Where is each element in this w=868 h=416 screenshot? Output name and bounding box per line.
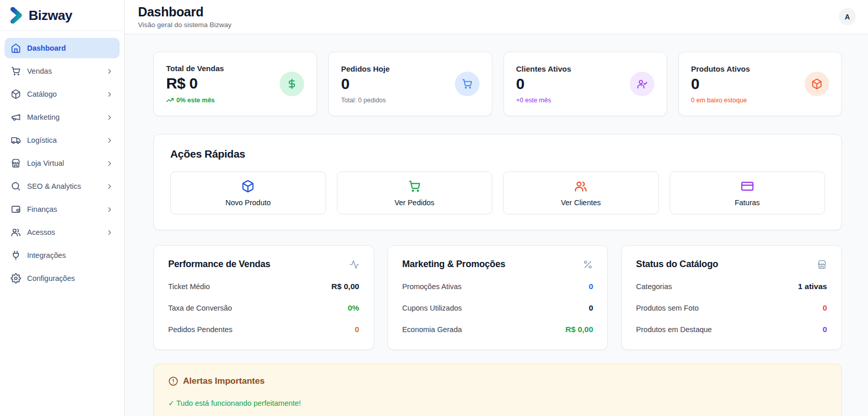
package-icon <box>241 180 255 193</box>
chevron-right-icon <box>106 206 113 213</box>
user-check-icon <box>630 72 654 96</box>
info-row: Produtos sem Foto 0 <box>636 303 827 313</box>
info-row-value: 0 <box>589 282 593 291</box>
alert-circle-icon <box>168 376 178 386</box>
info-row: Cupons Utilizados 0 <box>402 303 593 313</box>
sidebar-item-seo-analytics[interactable]: SEO & Analytics <box>5 176 120 196</box>
top-header: Dashboard Visão geral do sistema Bizway … <box>125 0 868 34</box>
sidebar-item-vendas[interactable]: Vendas <box>5 61 120 81</box>
megaphone-icon <box>11 112 21 122</box>
stat-sub: Total: 0 pedidos <box>341 97 390 104</box>
trending-up-icon <box>166 96 174 104</box>
stat-value: 0 <box>341 75 390 93</box>
info-row: Categorias 1 ativas <box>636 282 827 291</box>
stat-sub-text: 0% este mês <box>176 97 215 104</box>
users-icon <box>11 227 21 237</box>
info-row-label: Produtos em Destaque <box>636 325 712 334</box>
page-title: Dashboard <box>138 5 232 19</box>
info-row-label: Produtos sem Foto <box>636 304 699 312</box>
dollar-icon <box>280 72 304 96</box>
stat-sub: +0 este mês <box>516 97 572 104</box>
stat-label: Total de Vendas <box>166 64 224 73</box>
sidebar-item-logistica[interactable]: Logística <box>5 130 120 150</box>
avatar[interactable]: A <box>839 8 856 25</box>
brand-logo[interactable]: Bizway <box>0 0 124 31</box>
chevron-right-icon <box>106 68 113 75</box>
ver-clientes-button[interactable]: Ver Clientes <box>503 171 659 214</box>
sidebar-item-loja-virtual[interactable]: Loja Virtual <box>5 153 120 173</box>
info-card-title: Status do Catálogo <box>636 259 718 270</box>
sidebar-item-marketing[interactable]: Marketing <box>5 107 120 127</box>
quick-actions-grid: Novo Produto Ver Pedidos Ver Clientes Fa… <box>170 171 825 214</box>
status-catalogo-card: Status do Catálogo Categorias 1 ativas P… <box>621 245 842 350</box>
novo-produto-button[interactable]: Novo Produto <box>170 171 326 214</box>
truck-icon <box>11 135 21 145</box>
alerts-section: Alertas Importantes ✓ Tudo está funciona… <box>153 364 842 416</box>
sidebar-item-label: Vendas <box>27 67 100 75</box>
stat-text: Total de Vendas R$ 0 0% este mês <box>166 64 224 104</box>
sidebar-item-financas[interactable]: Finanças <box>5 199 120 220</box>
sidebar-nav: Dashboard Vendas Catálogo Marketing Logí… <box>0 31 124 296</box>
info-row: Ticket Médio R$ 0,00 <box>168 282 359 291</box>
stat-text: Clientes Ativos 0 +0 este mês <box>516 64 572 104</box>
qa-label: Faturas <box>735 199 760 207</box>
quick-actions-section: Ações Rápidas Novo Produto Ver Pedidos V… <box>153 134 842 230</box>
info-row: Produtos em Destaque 0 <box>636 325 827 334</box>
qa-label: Ver Pedidos <box>395 199 435 207</box>
qa-label: Ver Clientes <box>561 199 601 207</box>
sidebar: Bizway Dashboard Vendas Catálogo Marketi… <box>0 0 125 416</box>
store-icon <box>11 158 21 168</box>
sidebar-item-label: Loja Virtual <box>27 159 100 167</box>
info-card-title: Performance de Vendas <box>168 259 270 270</box>
ver-pedidos-button[interactable]: Ver Pedidos <box>337 171 493 214</box>
info-row-label: Pedidos Pendentes <box>168 325 233 334</box>
chevron-right-icon <box>106 137 113 144</box>
sidebar-item-label: SEO & Analytics <box>27 182 100 190</box>
info-row: Pedidos Pendentes 0 <box>168 325 359 334</box>
activity-icon <box>349 259 359 270</box>
shopping-cart-icon <box>11 66 21 76</box>
brand-name: Bizway <box>29 8 72 24</box>
stat-card-produtos-ativos: Produtos Ativos 0 0 em baixo estoque <box>678 52 842 116</box>
stat-text: Pedidos Hoje 0 Total: 0 pedidos <box>341 64 390 104</box>
main-area: Dashboard Visão geral do sistema Bizway … <box>125 0 868 416</box>
info-card-header: Performance de Vendas <box>168 259 359 270</box>
info-row-value: 0 <box>589 303 593 313</box>
sidebar-item-integracoes[interactable]: Integrações <box>5 245 120 266</box>
stat-sub: 0% este mês <box>166 96 224 104</box>
sidebar-item-label: Acessos <box>27 228 100 236</box>
info-row-label: Categorias <box>636 282 672 291</box>
alerts-title: Alertas Importantes <box>183 376 265 386</box>
sidebar-item-dashboard[interactable]: Dashboard <box>5 38 120 58</box>
stat-label: Clientes Ativos <box>516 64 572 73</box>
stat-text: Produtos Ativos 0 0 em baixo estoque <box>691 64 750 104</box>
chevron-right-icon <box>106 114 113 121</box>
stat-value: 0 <box>516 75 572 93</box>
info-row-label: Cupons Utilizados <box>402 304 462 312</box>
sidebar-item-configuracoes[interactable]: Configurações <box>5 268 120 289</box>
info-row: Promoções Ativas 0 <box>402 282 593 291</box>
info-cards-row: Performance de Vendas Ticket Médio R$ 0,… <box>153 245 842 350</box>
info-row-value: 0 <box>355 325 359 334</box>
store-icon <box>817 259 827 270</box>
gear-icon <box>11 273 21 283</box>
users-icon <box>574 180 587 193</box>
home-icon <box>11 43 21 53</box>
package-icon <box>805 72 829 96</box>
bizway-logo-icon <box>8 7 25 24</box>
sidebar-item-label: Catálogo <box>27 90 100 98</box>
sidebar-item-label: Marketing <box>27 113 100 121</box>
marketing-promocoes-card: Marketing & Promoções Promoções Ativas 0… <box>387 245 608 350</box>
sidebar-item-acessos[interactable]: Acessos <box>5 222 120 243</box>
stats-row: Total de Vendas R$ 0 0% este mês Pedidos… <box>153 52 842 116</box>
sidebar-item-label: Dashboard <box>27 44 113 52</box>
info-row-value: R$ 0,00 <box>331 282 359 291</box>
sidebar-item-catalogo[interactable]: Catálogo <box>5 84 120 104</box>
info-row-value: 0 <box>823 325 827 334</box>
sidebar-item-label: Finanças <box>27 205 100 213</box>
info-row-label: Economia Gerada <box>402 325 462 334</box>
chevron-right-icon <box>106 160 113 167</box>
faturas-button[interactable]: Faturas <box>670 171 826 214</box>
info-row-value: 1 ativas <box>798 282 827 291</box>
page-heading: Dashboard Visão geral do sistema Bizway <box>138 5 232 29</box>
